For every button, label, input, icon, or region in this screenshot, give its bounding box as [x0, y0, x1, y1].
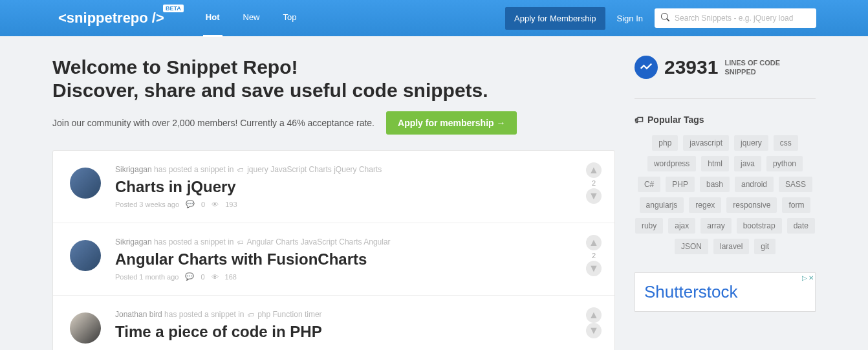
post-body: Sikrigagan has posted a snippet in 🏷 Ang… [115, 237, 598, 281]
search-input[interactable] [675, 14, 810, 23]
vote-controls: ▲ 2 ▼ [586, 235, 602, 276]
post-meta-text: has posted a snippet in [154, 237, 236, 246]
tag-responsive[interactable]: responsive [726, 197, 777, 213]
tag-android[interactable]: android [735, 177, 774, 192]
hero-sub: Join our community with over 2,000 membe… [52, 111, 615, 135]
post-meta: Sikrigagan has posted a snippet in 🏷 jqu… [115, 165, 598, 174]
tag-regex[interactable]: regex [689, 197, 721, 213]
post-tags[interactable]: jquery JavaScript Charts jQuery Charts [247, 165, 382, 174]
post-title[interactable]: Charts in jQuery [115, 178, 598, 196]
tag-json[interactable]: JSON [675, 239, 708, 254]
hero-sub-text: Join our community with over 2,000 membe… [52, 118, 374, 128]
vote-controls: ▲ 2 ▼ [586, 162, 602, 204]
tag-php[interactable]: PHP [666, 177, 695, 192]
post-meta: Jonathan bird has posted a snippet in 🏷 … [115, 310, 598, 319]
post-title[interactable]: Angular Charts with FusionCharts [115, 250, 598, 268]
apply-membership-cta[interactable]: Apply for membership → [386, 111, 517, 135]
tag-bash[interactable]: bash [700, 177, 730, 192]
stats-value: 23931 [664, 56, 718, 78]
views-icon: 👁 [212, 273, 219, 281]
post-footer: Posted 1 month ago 💬0 👁168 [115, 272, 598, 281]
tag-sass[interactable]: SASS [779, 177, 812, 192]
post-meta: Sikrigagan has posted a snippet in 🏷 Ang… [115, 237, 598, 246]
vote-count: 2 [592, 179, 596, 187]
tag-css[interactable]: css [774, 135, 798, 151]
ad-close-icon[interactable]: ✕ [808, 274, 814, 281]
tag-html[interactable]: html [701, 156, 729, 171]
post-author[interactable]: Sikrigagan [115, 237, 152, 246]
snippet-feed: Sikrigagan has posted a snippet in 🏷 jqu… [52, 150, 615, 350]
stats-block: 23931 LINES OF CODE SNIPPED [635, 56, 816, 79]
views-icon: 👁 [212, 201, 219, 208]
snippet-post[interactable]: Sikrigagan has posted a snippet in 🏷 Ang… [53, 223, 614, 296]
view-count: 168 [225, 273, 237, 281]
post-tags[interactable]: php Function timer [257, 310, 321, 319]
nav-hot[interactable]: Hot [203, 0, 222, 37]
upvote-button[interactable]: ▲ [586, 307, 602, 323]
nav-top[interactable]: Top [281, 0, 299, 37]
downvote-button[interactable]: ▼ [586, 261, 602, 276]
post-title[interactable]: Time a piece of code in PHP [115, 323, 598, 341]
post-body: Jonathan bird has posted a snippet in 🏷 … [115, 310, 598, 345]
tag-php[interactable]: php [652, 135, 678, 151]
snippet-post[interactable]: Jonathan bird has posted a snippet in 🏷 … [53, 296, 614, 350]
post-tags[interactable]: Angular Charts JavaScript Charts Angular [246, 237, 390, 246]
downvote-button[interactable]: ▼ [586, 188, 602, 204]
post-body: Sikrigagan has posted a snippet in 🏷 jqu… [115, 165, 598, 208]
post-date: Posted 1 month ago [115, 273, 179, 281]
tag-icon: 🏷 [237, 239, 244, 246]
tag-git[interactable]: git [754, 239, 776, 254]
tag-jquery[interactable]: jquery [734, 135, 768, 151]
tag-angularjs[interactable]: angularjs [640, 197, 684, 213]
comment-icon: 💬 [185, 272, 194, 281]
tag-javascript[interactable]: javascript [683, 135, 729, 151]
view-count: 193 [225, 201, 237, 208]
ad-info-icon[interactable]: ▷ [802, 274, 807, 281]
tag-bootstrap[interactable]: bootstrap [737, 218, 782, 234]
vote-controls: ▲ ▼ [586, 307, 602, 338]
header: <snippetrepo /> BETA Hot New Top Apply f… [0, 0, 868, 36]
snippet-post[interactable]: Sikrigagan has posted a snippet in 🏷 jqu… [53, 151, 614, 223]
search-icon [661, 12, 669, 24]
search-box[interactable] [655, 8, 816, 28]
comment-count: 0 [201, 201, 205, 208]
tag-icon: 🏷 [248, 311, 254, 318]
upvote-button[interactable]: ▲ [586, 235, 602, 250]
popular-tags-heading: 🏷 Popular Tags [635, 115, 816, 125]
divider [635, 98, 816, 99]
ad-brand: Shutterstock [644, 282, 806, 302]
signin-link[interactable]: Sign In [617, 14, 643, 23]
post-author[interactable]: Jonathan bird [115, 310, 162, 319]
apply-membership-button[interactable]: Apply for Membership [505, 7, 605, 30]
ad-block[interactable]: ▷ ✕ Shutterstock [635, 272, 816, 312]
avatar[interactable] [70, 312, 101, 344]
tag-laravel[interactable]: laravel [713, 239, 749, 254]
nav-new[interactable]: New [241, 0, 263, 37]
downvote-button[interactable]: ▼ [586, 323, 602, 338]
post-author[interactable]: Sikrigagan [115, 165, 152, 174]
tag-python[interactable]: python [766, 156, 803, 171]
main-nav: Hot New Top [203, 0, 299, 37]
popular-tags: phpjavascriptjquerycsswordpresshtmljavap… [635, 135, 816, 254]
post-date: Posted 3 weeks ago [115, 201, 179, 208]
upvote-button[interactable]: ▲ [586, 162, 602, 178]
logo[interactable]: <snippetrepo /> BETA [58, 10, 164, 27]
post-meta-text: has posted a snippet in [154, 165, 236, 174]
main-column: Welcome to Snippet Repo! Discover, share… [52, 56, 635, 350]
tag-array[interactable]: array [700, 218, 731, 234]
tag-form[interactable]: form [782, 197, 810, 213]
stats-icon [635, 56, 658, 79]
header-right: Apply for Membership Sign In [505, 7, 855, 30]
avatar[interactable] [70, 240, 101, 271]
tag-date[interactable]: date [787, 218, 815, 234]
vote-count: 2 [592, 252, 596, 259]
avatar[interactable] [70, 168, 101, 199]
tag-ruby[interactable]: ruby [635, 218, 663, 234]
stats-label: LINES OF CODE SNIPPED [724, 58, 780, 77]
post-footer: Posted 3 weeks ago 💬0 👁193 [115, 200, 598, 208]
tag-wordpress[interactable]: wordpress [647, 156, 696, 171]
tag-icon: 🏷 [237, 166, 244, 173]
tag-csharp[interactable]: C# [638, 177, 660, 192]
tag-ajax[interactable]: ajax [668, 218, 695, 234]
tag-java[interactable]: java [734, 156, 761, 171]
